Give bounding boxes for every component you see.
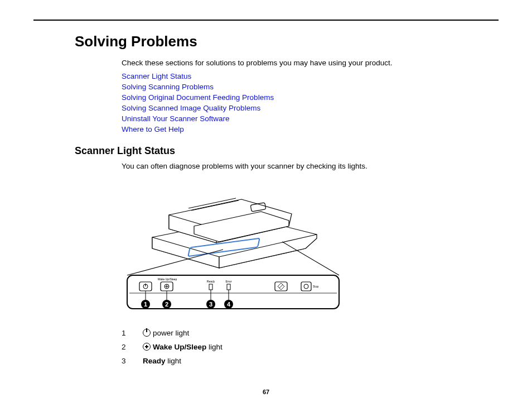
legend-row-2: 2 Wake Up/Sleep light — [122, 343, 499, 351]
legend-text: power light — [153, 329, 189, 337]
section-title: Scanner Light Status — [75, 145, 499, 157]
legend-bold: Wake Up/Sleep — [153, 343, 206, 351]
page-title: Solving Problems — [75, 33, 499, 50]
svg-text:1: 1 — [144, 301, 147, 308]
wake-icon — [143, 343, 151, 351]
legend-row-3: 3 Ready light — [122, 357, 499, 365]
ready-led-icon — [209, 284, 212, 290]
page-number: 67 — [0, 389, 532, 395]
link-image-quality-problems[interactable]: Solving Scanned Image Quality Problems — [122, 103, 499, 114]
callout-2: 2 — [162, 300, 171, 309]
legend-num: 2 — [122, 343, 127, 351]
intro-text: Check these sections for solutions to pr… — [122, 58, 499, 68]
svg-rect-21 — [301, 282, 311, 291]
legend-num: 1 — [122, 329, 127, 337]
svg-text:4: 4 — [227, 301, 231, 308]
legend-num: 3 — [122, 357, 127, 365]
ready-label: Ready — [207, 280, 215, 283]
section-intro: You can often diagnose problems with you… — [122, 161, 499, 171]
svg-text:2: 2 — [165, 301, 168, 308]
diagram-svg: Wake Up/Sleep Ready Error — [122, 176, 345, 315]
legend-row-1: 1 power light — [122, 329, 499, 337]
scanner-diagram: Wake Up/Sleep Ready Error — [122, 176, 345, 318]
error-label: Error — [225, 280, 231, 283]
callout-1: 1 — [141, 300, 150, 309]
svg-line-5 — [282, 242, 339, 275]
legend-text: light — [166, 357, 182, 365]
control-panel: Wake Up/Sleep Ready Error — [127, 275, 339, 309]
callout-4: 4 — [224, 300, 233, 309]
stop-button-icon — [301, 282, 311, 291]
scan-button-icon — [275, 282, 287, 291]
callout-3: 3 — [206, 300, 215, 309]
page: Solving Problems Check these sections fo… — [0, 0, 532, 412]
toc-links: Scanner Light Status Solving Scanning Pr… — [122, 71, 499, 135]
link-scanner-light-status[interactable]: Scanner Light Status — [122, 71, 499, 82]
legend-text: light — [206, 343, 223, 351]
link-where-to-get-help[interactable]: Where to Get Help — [122, 124, 499, 135]
link-solving-scanning-problems[interactable]: Solving Scanning Problems — [122, 82, 499, 93]
wake-label: Wake Up/Sleep — [158, 277, 177, 281]
link-document-feeding-problems[interactable]: Solving Original Document Feeding Proble… — [122, 93, 499, 103]
legend-bold: Ready — [143, 357, 166, 365]
top-rule — [33, 20, 499, 21]
error-led-icon — [227, 284, 230, 290]
legend: 1 power light 2 Wake Up/Sleep light 3 Re… — [122, 329, 499, 365]
scanner-body-icon — [152, 198, 317, 268]
link-uninstall-software[interactable]: Uninstall Your Scanner Software — [122, 114, 499, 124]
svg-text:3: 3 — [209, 301, 212, 308]
stop-label: Stop — [313, 285, 319, 288]
power-icon — [143, 329, 151, 337]
